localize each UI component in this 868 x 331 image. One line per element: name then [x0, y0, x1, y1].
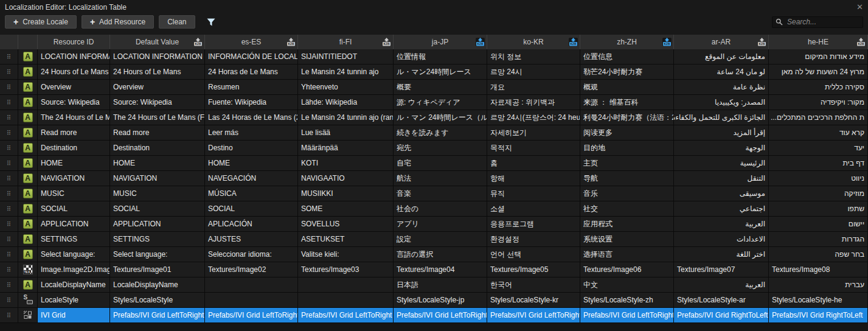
cell-ar-AR[interactable]: الاعدادات [674, 232, 769, 247]
cell-ar-AR[interactable]: Styles/LocaleStyle-ar [674, 293, 769, 308]
cell-es-ES[interactable]: Resumen [205, 80, 298, 95]
cell-he-HE[interactable]: מידע אודות המיקום [769, 49, 868, 64]
cell-ko-KR[interactable]: 소셜 [487, 201, 580, 217]
table-row[interactable]: ⠿A24 Hours of Le Mans24 Hours of Le Mans… [0, 64, 868, 80]
kzb-export-icon[interactable]: KZB [193, 38, 203, 46]
cell-fi-FI[interactable]: Valitse kieli: [298, 247, 394, 262]
cell-ja-JP[interactable]: 言語の選択 [394, 247, 487, 262]
kzb-export-icon[interactable]: KZB [382, 38, 391, 46]
drag-handle[interactable]: ⠿ [0, 201, 18, 217]
table-row[interactable]: ⠿AOverviewOverviewResumenYhteenveto概要개요概… [0, 80, 868, 95]
drag-handle[interactable]: ⠿ [0, 171, 18, 186]
cell-ko-KR[interactable]: 뮤직 [487, 186, 580, 201]
drag-handle[interactable]: ⠿ [0, 95, 18, 110]
cell-ko-KR[interactable]: 홈 [487, 156, 580, 171]
cell-es-ES[interactable]: MÚSICA [205, 186, 298, 201]
cell-es-ES[interactable]: Destino [205, 141, 298, 156]
table-row[interactable]: ⠿ANAVIGATIONNAVIGATIONNAVEGACIÓNNAVIGAAT… [0, 171, 868, 186]
kzb-export-icon[interactable]: KZB [476, 38, 485, 46]
cell-zh-ZH[interactable]: 应用程式 [580, 217, 674, 232]
kzb-export-icon[interactable]: KZB [662, 38, 672, 46]
kzb-export-icon[interactable]: KZB [286, 38, 296, 46]
cell-he-HE[interactable]: הגדרות [769, 232, 868, 247]
cell-ar-AR[interactable]: اجتماعي [674, 201, 769, 217]
cell-resource_id[interactable]: APPLICATION [38, 217, 110, 232]
cell-ar-AR[interactable]: الجائزة الكبرى للتحمل والكفاءة... [674, 110, 769, 125]
cell-he-HE[interactable]: יישום [769, 217, 868, 232]
cell-es-ES[interactable]: APLICACIÓN [205, 217, 298, 232]
cell-default_value[interactable]: Styles/LocaleStyle [110, 293, 205, 308]
cell-resource_id[interactable]: Destination [38, 141, 110, 156]
cell-ja-JP[interactable]: Textures/Image04 [394, 262, 487, 277]
drag-handle[interactable]: ⠿ [0, 217, 18, 232]
cell-ja-JP[interactable]: Styles/LocaleStyle-jp [394, 293, 487, 308]
cell-ko-KR[interactable]: 언어 선택 [487, 247, 580, 262]
column-header-ar-AR[interactable]: ar-ARKZB [674, 35, 769, 49]
cell-resource_id[interactable]: NAVIGATION [38, 171, 110, 186]
cell-zh-ZH[interactable]: Textures/Image06 [580, 262, 674, 277]
cell-ko-KR[interactable]: Textures/Image05 [487, 262, 580, 277]
cell-ja-JP[interactable]: 設定 [394, 232, 487, 247]
cell-zh-ZH[interactable]: Styles/LocaleStyle-zh [580, 293, 674, 308]
table-row[interactable]: ⠿ASource: WikipediaSource: WikipediaFuen… [0, 95, 868, 110]
cell-default_value[interactable]: SETTINGS [110, 232, 205, 247]
cell-ar-AR[interactable]: التنقل [674, 171, 769, 186]
table-row[interactable]: ⠿AMUSICMUSICMÚSICAMUSIIKKI音楽뮤직音乐موسيقىמו… [0, 186, 868, 201]
cell-resource_id[interactable]: Overview [38, 80, 110, 95]
cell-he-HE[interactable]: Styles/LocaleStyle-he [769, 293, 868, 308]
cell-zh-ZH[interactable]: 阅读更多 [580, 125, 674, 141]
cell-es-ES[interactable]: Prefabs/IVI Grid LeftToRight [205, 308, 298, 323]
table-row[interactable]: ⠿ASETTINGSSETTINGSAJUSTESASETUKSET設定환경설정… [0, 232, 868, 247]
cell-fi-FI[interactable]: NAVIGAATIO [298, 171, 394, 186]
drag-handle[interactable]: ⠿ [0, 156, 18, 171]
table-row[interactable]: ⠿ALocaleDisplayNameLocaleDisplayName日本語한… [0, 277, 868, 293]
cell-he-HE[interactable]: מוזיקה [769, 186, 868, 201]
cell-fi-FI[interactable]: SOME [298, 201, 394, 217]
cell-zh-ZH[interactable]: 主页 [580, 156, 674, 171]
cell-he-HE[interactable]: שתפו [769, 201, 868, 217]
column-header-zh-ZH[interactable]: zh-ZHKZB [580, 35, 674, 49]
cell-default_value[interactable]: MUSIC [110, 186, 205, 201]
cell-ko-KR[interactable]: Prefabs/IVI Grid LeftToRight [487, 308, 580, 323]
cell-fi-FI[interactable] [298, 277, 394, 293]
cell-ko-KR[interactable]: 목적지 [487, 141, 580, 156]
table-row[interactable]: ⠿ASelect language:Select language:Selecc… [0, 247, 868, 262]
cell-ar-AR[interactable]: نظرة عامة [674, 80, 769, 95]
table-row[interactable]: ⠿AThe 24 Hours of Le MansThe 24 Hours of… [0, 110, 868, 125]
cell-he-HE[interactable]: דף בית [769, 156, 868, 171]
cell-fi-FI[interactable]: Textures/Image03 [298, 262, 394, 277]
cell-ar-AR[interactable]: موسيقى [674, 186, 769, 201]
cell-resource_id[interactable]: Image.Image2D.Image01 [38, 262, 110, 277]
column-header-resource_id[interactable]: Resource ID [38, 35, 110, 49]
cell-ar-AR[interactable]: العربية [674, 217, 769, 232]
cell-fi-FI[interactable]: Lue lisää [298, 125, 394, 141]
drag-handle[interactable]: ⠿ [0, 125, 18, 141]
table-row[interactable]: ⠿AAPPLICATIONAPPLICATIONAPLICACIÓNSOVELL… [0, 217, 868, 232]
cell-default_value[interactable]: Overview [110, 80, 205, 95]
cell-ko-KR[interactable]: 자세히보기 [487, 125, 580, 141]
cell-ja-JP[interactable]: 源: ウィキペディア [394, 95, 487, 110]
cell-default_value[interactable]: Destination [110, 141, 205, 156]
cell-ar-AR[interactable]: العربية [674, 277, 769, 293]
cell-fi-FI[interactable]: ASETUKSET [298, 232, 394, 247]
cell-ar-AR[interactable]: لو مان 24 ساعة [674, 64, 769, 80]
drag-handle[interactable]: ⠿ [0, 293, 18, 308]
create-locale-button[interactable]: + Create Locale [5, 15, 77, 29]
table-row[interactable]: ⠿ADestinationDestinationDestinoMääränpää… [0, 141, 868, 156]
cell-ar-AR[interactable]: Prefabs/IVI Grid RightToLeft [674, 308, 769, 323]
cell-he-HE[interactable]: מרוץ 24 השעות של לה מאן [769, 64, 868, 80]
cell-he-HE[interactable]: קרא עוד [769, 125, 868, 141]
cell-ko-KR[interactable]: Styles/LocaleStyle-kr [487, 293, 580, 308]
cell-default_value[interactable]: SOCIAL [110, 201, 205, 217]
cell-default_value[interactable]: Read more [110, 125, 205, 141]
table-row[interactable]: ⠿ARead moreRead moreLeer másLue lisää続きを… [0, 125, 868, 141]
cell-fi-FI[interactable]: SIJAINTITIEDOT [298, 49, 394, 64]
cell-default_value[interactable]: Textures/Image01 [110, 262, 205, 277]
cell-zh-ZH[interactable]: 中文 [580, 277, 674, 293]
cell-es-ES[interactable]: Seleccionar idioma: [205, 247, 298, 262]
kzb-export-icon[interactable]: KZB [757, 38, 766, 46]
cell-resource_id[interactable]: MUSIC [38, 186, 110, 201]
cell-ko-KR[interactable]: 위치 정보 [487, 49, 580, 64]
cell-fi-FI[interactable] [298, 293, 394, 308]
cell-resource_id[interactable]: The 24 Hours of Le Mans [38, 110, 110, 125]
